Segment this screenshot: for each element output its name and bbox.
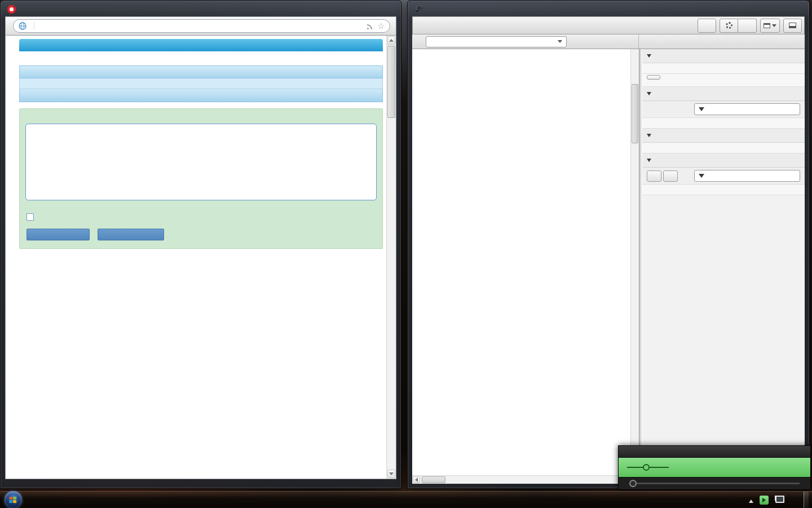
remote-debug-button[interactable] bbox=[738, 19, 757, 33]
opera-logo-icon bbox=[7, 5, 16, 14]
window-icon bbox=[764, 23, 770, 28]
browser-toolbar: ☆ bbox=[5, 16, 396, 36]
script-file-select[interactable] bbox=[426, 36, 567, 47]
devtools-window bbox=[407, 0, 810, 489]
funnel-icon bbox=[699, 107, 704, 111]
layout-icon bbox=[789, 23, 796, 28]
devtools-toolbar-right bbox=[698, 19, 802, 33]
reply-form bbox=[19, 108, 383, 249]
forum-sub-bar bbox=[19, 78, 383, 89]
disclosure-triangle-icon bbox=[647, 54, 651, 60]
browser-scrollbar[interactable] bbox=[386, 36, 396, 479]
tray-player-icon[interactable] bbox=[760, 496, 769, 505]
window-select-button[interactable] bbox=[760, 19, 780, 33]
scrollbar-up-button[interactable] bbox=[387, 36, 395, 45]
add-watch-button[interactable] bbox=[647, 75, 660, 80]
scrollbar-down-button[interactable] bbox=[387, 470, 395, 478]
forum-breadcrumb-bar bbox=[19, 65, 383, 78]
unread-row bbox=[19, 59, 383, 65]
chevron-down-icon bbox=[558, 40, 562, 45]
inspection-filter-row bbox=[642, 168, 805, 185]
globe-icon bbox=[19, 22, 27, 30]
state-panel bbox=[642, 49, 805, 484]
devtools-toolbar bbox=[412, 16, 805, 34]
form-buttons bbox=[27, 229, 377, 240]
state-panel-tabs bbox=[639, 34, 805, 49]
attach-checkbox[interactable] bbox=[27, 213, 34, 221]
seek-knob[interactable] bbox=[629, 480, 637, 487]
disclosure-triangle-icon bbox=[647, 159, 651, 164]
opera-window: ☆ bbox=[0, 0, 401, 489]
return-filter-input[interactable] bbox=[694, 103, 800, 115]
watch-button-row bbox=[642, 74, 805, 87]
code-hscroll-thumb[interactable] bbox=[422, 476, 445, 483]
hidden-icons-arrow[interactable] bbox=[749, 497, 753, 503]
layout-toggle-button[interactable] bbox=[783, 19, 802, 33]
return-values-header[interactable] bbox=[642, 87, 805, 101]
disclosure-triangle-icon bbox=[647, 134, 651, 139]
network-icon[interactable] bbox=[775, 496, 784, 504]
preview-button[interactable] bbox=[98, 229, 164, 240]
forum-page bbox=[6, 36, 386, 479]
devtools-subtoolbar bbox=[412, 34, 805, 49]
chevron-down-icon bbox=[772, 24, 776, 29]
windows-flag-icon bbox=[9, 496, 17, 503]
pagination bbox=[19, 102, 383, 108]
return-empty-text bbox=[642, 118, 805, 129]
topic-title-bar bbox=[19, 89, 383, 102]
dragonfly-icon bbox=[414, 5, 423, 14]
inspection-empty-text bbox=[642, 185, 805, 195]
player-controls bbox=[619, 458, 810, 478]
console-toggle-button[interactable] bbox=[698, 19, 716, 33]
inspection-header[interactable] bbox=[642, 154, 805, 168]
player-track-title[interactable] bbox=[619, 446, 810, 458]
watch-section-header[interactable] bbox=[642, 49, 805, 63]
volume-knob[interactable] bbox=[643, 464, 650, 471]
forum-nav-links bbox=[19, 51, 383, 59]
seek-bar[interactable] bbox=[629, 483, 800, 484]
web-badge[interactable] bbox=[19, 22, 34, 30]
code-lines bbox=[412, 49, 630, 475]
inspect-string-button[interactable] bbox=[663, 170, 678, 182]
player-time-row bbox=[619, 478, 810, 489]
browser-content bbox=[5, 36, 396, 479]
watch-empty-text bbox=[642, 63, 805, 74]
show-desktop-button[interactable] bbox=[804, 492, 809, 508]
submit-button[interactable] bbox=[27, 229, 90, 240]
devtools-main bbox=[412, 49, 805, 484]
return-filter-row bbox=[642, 101, 805, 118]
opera-titlebar[interactable] bbox=[5, 1, 396, 16]
funnel-icon bbox=[699, 174, 704, 178]
disclosure-triangle-icon bbox=[647, 92, 651, 98]
code-vscrollbar[interactable] bbox=[630, 49, 639, 475]
music-player bbox=[618, 445, 811, 490]
hscroll-left-button[interactable] bbox=[413, 476, 420, 483]
bookmark-star-icon[interactable]: ☆ bbox=[377, 21, 385, 30]
inspection-filter-input[interactable] bbox=[694, 170, 800, 182]
scrollbar-thumb[interactable] bbox=[387, 46, 395, 118]
code-vscroll-thumb[interactable] bbox=[632, 84, 638, 143]
settings-button[interactable] bbox=[720, 19, 738, 33]
address-bar[interactable]: ☆ bbox=[13, 19, 390, 33]
code-editor bbox=[412, 49, 639, 484]
start-button[interactable] bbox=[1, 492, 25, 508]
attach-row bbox=[27, 213, 377, 221]
debugger-controls bbox=[412, 34, 639, 49]
callstack-empty-text bbox=[642, 143, 805, 154]
volume-slider[interactable] bbox=[627, 467, 669, 468]
code-hscrollbar[interactable] bbox=[412, 475, 639, 484]
devtools-titlebar[interactable] bbox=[412, 1, 805, 16]
callstack-header[interactable] bbox=[642, 129, 805, 143]
rss-icon[interactable] bbox=[367, 23, 374, 30]
reply-textarea[interactable] bbox=[25, 124, 377, 200]
gear-icon bbox=[726, 22, 732, 29]
inspect-list-button[interactable] bbox=[647, 170, 661, 182]
system-tray bbox=[743, 492, 811, 508]
forum-hello-bar bbox=[19, 39, 383, 51]
taskbar bbox=[0, 491, 812, 508]
